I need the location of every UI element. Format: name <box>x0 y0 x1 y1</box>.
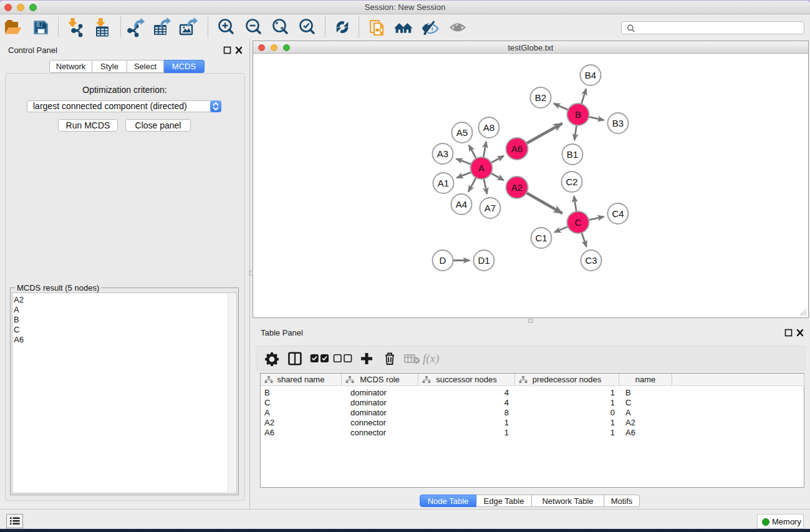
svg-text:B3: B3 <box>612 118 624 128</box>
svg-text:B1: B1 <box>567 149 578 160</box>
svg-text:A3: A3 <box>437 148 448 159</box>
svg-text:C2: C2 <box>566 177 577 187</box>
svg-text:A6: A6 <box>511 143 523 154</box>
svg-text:B2: B2 <box>535 92 546 103</box>
svg-text:f(x): f(x) <box>423 352 439 365</box>
svg-text:C4: C4 <box>612 208 624 219</box>
svg-text:D: D <box>440 255 446 266</box>
svg-text:A: A <box>478 163 485 173</box>
svg-text:B: B <box>575 109 581 120</box>
svg-text:A2: A2 <box>511 182 523 193</box>
svg-text:A1: A1 <box>438 178 449 188</box>
svg-text:A5: A5 <box>456 127 468 138</box>
svg-text:B4: B4 <box>585 70 596 80</box>
svg-text:A7: A7 <box>485 203 496 213</box>
svg-text:A8: A8 <box>483 122 494 133</box>
svg-text:C: C <box>575 217 582 228</box>
svg-text:C3: C3 <box>585 255 597 266</box>
svg-text:C1: C1 <box>535 233 547 243</box>
svg-text:A4: A4 <box>456 199 467 210</box>
svg-text:D1: D1 <box>478 255 489 266</box>
